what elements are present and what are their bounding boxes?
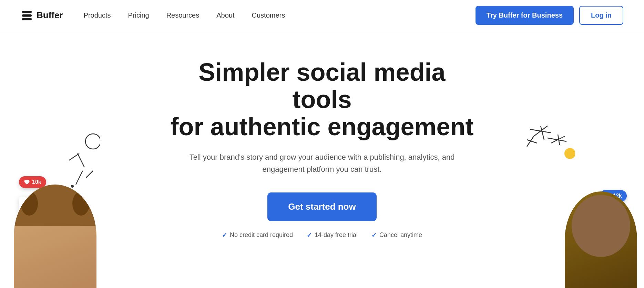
- nav-link-resources[interactable]: Resources: [166, 11, 200, 19]
- svg-point-18: [564, 148, 575, 159]
- logo[interactable]: Buffer: [21, 9, 63, 22]
- logo-text: Buffer: [37, 10, 63, 21]
- sketch-lines-right: [520, 122, 575, 198]
- person-right: [565, 191, 637, 288]
- checkmark-icon-0: ✓: [222, 231, 227, 239]
- nav-item-products[interactable]: Products: [84, 11, 111, 19]
- svg-line-7: [86, 171, 93, 178]
- hero-section: Simpler social media tools for authentic…: [0, 31, 644, 288]
- try-buffer-button[interactable]: Try Buffer for Business: [476, 6, 574, 25]
- heart-icon: [24, 179, 30, 185]
- nav-item-resources[interactable]: Resources: [166, 11, 200, 19]
- get-started-button[interactable]: Get started now: [267, 192, 376, 221]
- nav-left: Buffer Products Pricing Resources About …: [21, 9, 285, 22]
- heart-badge-count: 10k: [32, 179, 41, 185]
- trust-item-2: ✓ Cancel anytime: [371, 231, 422, 239]
- checkmark-icon-2: ✓: [371, 231, 377, 239]
- nav-link-about[interactable]: About: [216, 11, 234, 19]
- svg-line-14: [527, 140, 537, 143]
- svg-rect-2: [22, 18, 32, 20]
- hero-subtitle: Tell your brand's story and grow your au…: [188, 151, 457, 175]
- svg-line-11: [530, 129, 551, 133]
- nav-right: Try Buffer for Business Log in: [476, 6, 623, 25]
- nav-item-customers[interactable]: Customers: [252, 11, 285, 19]
- sketch-lines-left: [59, 126, 100, 195]
- deco-left: 10k: [0, 116, 124, 288]
- nav-link-products[interactable]: Products: [84, 11, 111, 19]
- login-button[interactable]: Log in: [579, 6, 623, 25]
- hero-title: Simpler social media tools for authentic…: [167, 59, 477, 141]
- svg-line-6: [76, 171, 83, 185]
- checkmark-icon-1: ✓: [307, 231, 312, 239]
- person-left: [14, 185, 96, 288]
- deco-right: 12k: [520, 116, 644, 288]
- trust-label-2: Cancel anytime: [379, 231, 422, 239]
- trust-label-0: No credit card required: [230, 231, 293, 239]
- nav-links: Products Pricing Resources About Custome…: [84, 11, 285, 19]
- svg-point-3: [85, 134, 100, 149]
- trust-label-1: 14-day free trial: [315, 231, 358, 239]
- svg-rect-1: [22, 14, 32, 17]
- nav-item-pricing[interactable]: Pricing: [128, 11, 149, 19]
- nav-item-about[interactable]: About: [216, 11, 234, 19]
- hero-title-line2: for authentic engagement: [170, 113, 473, 140]
- svg-line-4: [78, 153, 84, 167]
- trust-item-0: ✓ No credit card required: [222, 231, 293, 239]
- nav-link-pricing[interactable]: Pricing: [128, 11, 149, 19]
- svg-line-5: [69, 153, 79, 160]
- buffer-logo-icon: [21, 9, 33, 22]
- nav-link-customers[interactable]: Customers: [252, 11, 285, 19]
- navigation: Buffer Products Pricing Resources About …: [0, 0, 644, 31]
- trust-indicators: ✓ No credit card required ✓ 14-day free …: [222, 231, 422, 239]
- hero-title-line1: Simpler social media tools: [198, 58, 445, 113]
- svg-line-12: [541, 126, 544, 140]
- svg-rect-0: [22, 11, 32, 13]
- trust-item-1: ✓ 14-day free trial: [307, 231, 358, 239]
- svg-line-16: [548, 138, 566, 141]
